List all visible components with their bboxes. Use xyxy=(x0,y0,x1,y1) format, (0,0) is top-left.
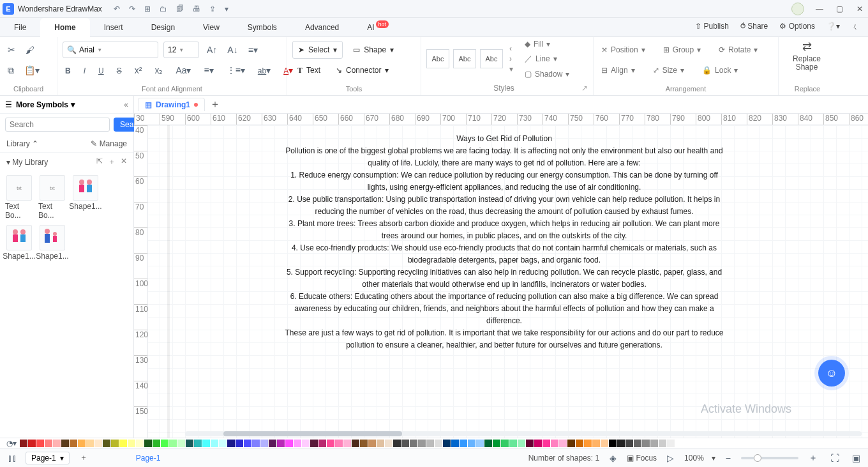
color-swatch[interactable] xyxy=(335,440,343,447)
numbering-icon[interactable]: ⋮≡▾ xyxy=(224,64,248,77)
color-swatch[interactable] xyxy=(501,440,509,447)
color-swatch[interactable] xyxy=(269,440,276,447)
fill-button[interactable]: ◆ Fill▾ xyxy=(522,38,572,50)
sidebar-collapse-icon[interactable]: « xyxy=(124,100,128,109)
tab-file[interactable]: File xyxy=(0,18,40,37)
tab-symbols[interactable]: Symbols xyxy=(234,18,291,37)
color-swatch[interactable] xyxy=(476,440,484,447)
color-swatch[interactable] xyxy=(28,440,36,447)
group-button[interactable]: ⊞ Group▾ xyxy=(661,44,703,56)
align-menu-icon[interactable]: ≡▾ xyxy=(246,43,260,56)
color-swatch[interactable] xyxy=(219,440,227,447)
style-more-icon[interactable]: ▾ xyxy=(509,65,513,73)
tab-ai[interactable]: AIhot xyxy=(353,18,403,37)
color-swatch[interactable] xyxy=(194,440,202,447)
add-doc-tab[interactable]: ＋ xyxy=(209,98,221,111)
mylibrary-toggle[interactable]: ▾ My Library xyxy=(6,158,48,167)
scrollbar-horizontal[interactable] xyxy=(185,431,862,436)
copy-icon[interactable]: ⧉ xyxy=(5,64,17,77)
color-swatch[interactable] xyxy=(302,440,310,447)
color-swatch[interactable] xyxy=(534,440,542,447)
color-swatch[interactable] xyxy=(186,440,193,447)
page-selector[interactable]: Page-1 ▾ xyxy=(26,452,70,464)
color-swatch[interactable] xyxy=(634,440,641,447)
style-prev-icon[interactable]: ‹ xyxy=(509,44,513,53)
color-swatch[interactable] xyxy=(559,440,567,447)
color-swatch[interactable] xyxy=(20,440,27,447)
redo-icon[interactable]: ↷ xyxy=(129,4,135,13)
underline-icon[interactable]: U xyxy=(96,64,107,77)
lib-item-text1[interactable]: txtText Bo... xyxy=(5,175,33,220)
color-swatch[interactable] xyxy=(86,440,94,447)
color-swatch[interactable] xyxy=(310,440,318,447)
line-button[interactable]: ／ Line▾ xyxy=(522,52,572,66)
fullscreen-icon[interactable]: ▣ xyxy=(849,452,863,464)
replace-shape-button[interactable]: ⇄ Replace Shape xyxy=(784,40,830,72)
present-icon[interactable]: ▷ xyxy=(664,452,677,464)
share-button[interactable]: ⥀ Share xyxy=(740,22,768,33)
print-icon[interactable]: 🖶 xyxy=(193,4,200,13)
color-swatch[interactable] xyxy=(252,440,260,447)
color-swatch[interactable] xyxy=(601,440,608,447)
symbol-search-input[interactable] xyxy=(5,118,110,132)
library-toggle[interactable]: Library ⌃ xyxy=(6,139,38,148)
focus-button[interactable]: ▣ Focus xyxy=(627,454,657,463)
color-swatch[interactable] xyxy=(144,440,152,447)
color-swatch[interactable] xyxy=(675,440,683,447)
color-swatch[interactable] xyxy=(484,440,492,447)
color-swatch[interactable] xyxy=(285,440,293,447)
shape-tool[interactable]: ▭ Shape ▾ xyxy=(348,41,399,59)
help-icon[interactable]: ❔▾ xyxy=(827,22,840,33)
increase-font-icon[interactable]: A↑ xyxy=(204,43,220,56)
color-swatch[interactable] xyxy=(418,440,426,447)
open-icon[interactable]: 🗀 xyxy=(160,4,167,13)
bold-icon[interactable]: B xyxy=(63,64,73,77)
color-swatch[interactable] xyxy=(584,440,592,447)
add-page-button[interactable]: ＋ xyxy=(76,452,91,463)
color-swatch[interactable] xyxy=(493,440,500,447)
minimize-button[interactable]: — xyxy=(816,4,825,13)
text-tool[interactable]: 𝐓 Text xyxy=(292,61,326,79)
paste-icon[interactable]: 📋▾ xyxy=(22,64,42,77)
color-swatch[interactable] xyxy=(443,440,451,447)
lib-item-shape2[interactable]: Shape1... xyxy=(5,225,33,261)
align-button[interactable]: ⊟ Align▾ xyxy=(599,65,638,76)
color-swatch[interactable] xyxy=(617,440,625,447)
color-swatch[interactable] xyxy=(576,440,583,447)
color-swatch[interactable] xyxy=(642,440,650,447)
lock-button[interactable]: 🔒 Lock▾ xyxy=(700,65,740,76)
color-swatch[interactable] xyxy=(377,440,384,447)
select-tool[interactable]: ➤ Select ▾ xyxy=(292,41,343,59)
color-swatch[interactable] xyxy=(177,440,185,447)
color-swatch[interactable] xyxy=(393,440,401,447)
color-swatch[interactable] xyxy=(45,440,52,447)
layers-icon[interactable]: ◈ xyxy=(607,452,619,464)
superscript-icon[interactable]: x² xyxy=(132,64,145,77)
font-family-combo[interactable]: 🔍 Arial▾ xyxy=(63,42,158,58)
subscript-icon[interactable]: x₂ xyxy=(152,64,165,77)
tab-advanced[interactable]: Advanced xyxy=(291,18,353,37)
color-swatch[interactable] xyxy=(94,440,102,447)
color-swatch[interactable] xyxy=(650,440,658,447)
color-swatch[interactable] xyxy=(609,440,617,447)
color-swatch[interactable] xyxy=(592,440,600,447)
color-swatch[interactable] xyxy=(518,440,525,447)
cut-icon[interactable]: ✂ xyxy=(5,43,18,56)
color-swatch[interactable] xyxy=(360,440,368,447)
color-swatch[interactable] xyxy=(468,440,475,447)
lib-close-icon[interactable]: ✕ xyxy=(121,157,127,167)
color-swatch[interactable] xyxy=(368,440,376,447)
color-swatch[interactable] xyxy=(277,440,285,447)
color-swatch[interactable] xyxy=(202,440,210,447)
color-swatch[interactable] xyxy=(460,440,467,447)
options-button[interactable]: ⚙ Options xyxy=(779,22,815,33)
color-swatch[interactable] xyxy=(236,440,243,447)
color-swatch[interactable] xyxy=(36,440,44,447)
style-preset-3[interactable]: Abc xyxy=(480,49,503,68)
color-swatch[interactable] xyxy=(78,440,86,447)
zoom-slider[interactable] xyxy=(741,457,798,459)
fit-page-icon[interactable]: ⛶ xyxy=(828,452,842,464)
connector-tool[interactable]: ↘ Connector ▾ xyxy=(331,61,394,79)
position-button[interactable]: ⤧ Position▾ xyxy=(599,44,648,56)
tab-design[interactable]: Design xyxy=(137,18,189,37)
